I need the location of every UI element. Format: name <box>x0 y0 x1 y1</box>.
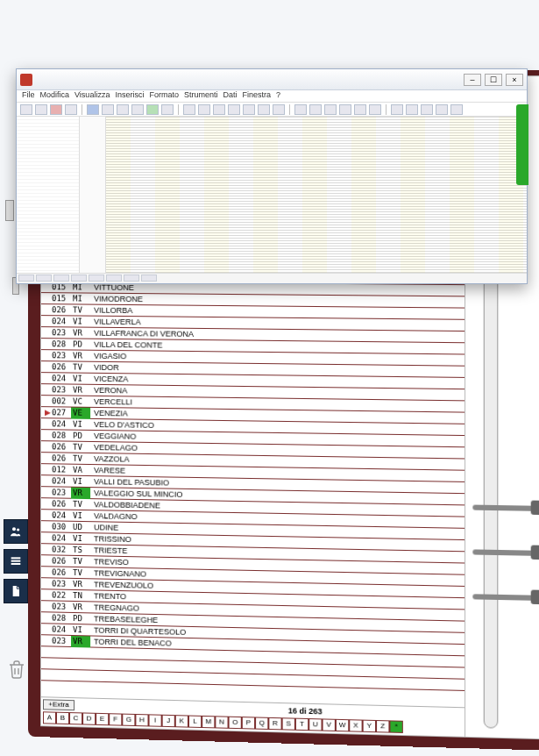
row-province: TV <box>71 567 90 578</box>
toolbar-icon[interactable] <box>324 104 337 115</box>
toolbar-icon[interactable] <box>391 104 403 115</box>
alpha-tab-L[interactable]: L <box>188 716 202 728</box>
toolbar-icon[interactable] <box>50 104 62 115</box>
scroll-tab[interactable] <box>5 200 14 221</box>
alpha-tab-D[interactable]: D <box>82 712 96 724</box>
alpha-tab-Q[interactable]: Q <box>255 717 268 730</box>
toolbar-icon[interactable] <box>406 104 418 115</box>
alpha-tab-S[interactable]: S <box>282 717 295 731</box>
alpha-tab-Y[interactable]: Y <box>363 720 376 733</box>
toolbar-icon[interactable] <box>131 104 144 115</box>
alpha-tab-I[interactable]: I <box>149 714 162 726</box>
alpha-tab-T[interactable]: T <box>295 718 309 731</box>
records-button[interactable] <box>4 549 28 574</box>
menu-item[interactable]: File <box>22 90 35 102</box>
row-code: 012 <box>52 464 71 475</box>
floating-editor-window[interactable]: – ☐ × FileModificaVisualizzaInserisciFor… <box>16 68 528 284</box>
tree-panel[interactable] <box>80 117 106 273</box>
toolbar-icon[interactable] <box>243 104 255 115</box>
alpha-tab-H[interactable]: H <box>135 714 148 726</box>
menu-item[interactable]: Modifica <box>40 90 70 102</box>
extra-button[interactable]: +Extra <box>43 699 74 710</box>
alpha-tab-C[interactable]: C <box>69 712 82 724</box>
toolbar-icon[interactable] <box>161 104 174 115</box>
row-province: VA <box>71 464 90 475</box>
menu-item[interactable]: Formato <box>149 90 179 102</box>
toolbar-icon[interactable] <box>20 104 32 115</box>
side-panel[interactable] <box>17 117 80 273</box>
row-province: TV <box>71 361 90 373</box>
toolbar-icon[interactable] <box>294 104 307 115</box>
menu-bar[interactable]: FileModificaVisualizzaInserisciFormatoSt… <box>17 90 527 103</box>
alpha-tab-K[interactable]: K <box>175 715 188 727</box>
alpha-tab-X[interactable]: X <box>349 719 362 732</box>
alpha-tab-E[interactable]: E <box>96 713 109 725</box>
toolbar-icon[interactable] <box>354 104 366 115</box>
menu-item[interactable]: Finestra <box>242 90 271 102</box>
svg-point-1 <box>17 528 19 531</box>
row-province: VC <box>71 396 90 407</box>
alpha-tab-F[interactable]: F <box>109 713 122 725</box>
menu-item[interactable]: ? <box>276 90 280 102</box>
alpha-tab-V[interactable]: V <box>323 718 336 731</box>
row-code: 024 <box>52 316 71 327</box>
row-province: PD <box>71 339 90 350</box>
row-province: VI <box>71 532 90 544</box>
contacts-button[interactable] <box>4 519 28 544</box>
row-province: TV <box>71 304 90 316</box>
toolbar-icon[interactable] <box>436 104 448 115</box>
alpha-tab-B[interactable]: B <box>56 712 69 724</box>
toolbar-icon[interactable] <box>421 104 433 115</box>
alpha-tab-Z[interactable]: Z <box>376 720 389 733</box>
menu-item[interactable]: Inserisci <box>115 90 144 102</box>
toolbar-icon[interactable] <box>339 104 351 115</box>
toolbar-icon[interactable] <box>369 104 381 115</box>
alpha-tab-A[interactable]: A <box>43 711 56 724</box>
minimize-button[interactable]: – <box>464 74 481 86</box>
row-code: 026 <box>52 304 71 316</box>
alpha-tab-W[interactable]: W <box>336 719 349 732</box>
toolbar-icon[interactable] <box>35 104 47 115</box>
toolbar[interactable] <box>17 103 527 117</box>
alpha-tab-R[interactable]: R <box>268 717 281 731</box>
toolbar-icon[interactable] <box>117 104 129 115</box>
documents-button[interactable] <box>4 579 28 603</box>
toolbar-icon[interactable] <box>273 104 285 115</box>
row-code: 023 <box>52 384 71 396</box>
toolbar-icon[interactable] <box>258 104 270 115</box>
row-code: 026 <box>52 453 71 464</box>
binder-ring <box>472 542 538 561</box>
side-tab[interactable] <box>516 104 528 185</box>
alpha-tab-N[interactable]: N <box>215 716 228 728</box>
row-code: 015 <box>52 293 71 304</box>
window-titlebar[interactable]: – ☐ × <box>17 69 527 90</box>
alpha-tab-O[interactable]: O <box>229 717 242 730</box>
toolbar-icon[interactable] <box>183 104 195 115</box>
alpha-tab-J[interactable]: J <box>162 715 175 727</box>
maximize-button[interactable]: ☐ <box>485 74 502 86</box>
toolbar-icon[interactable] <box>213 104 225 115</box>
toolbar-icon[interactable] <box>450 104 463 115</box>
toolbar-icon[interactable] <box>102 104 114 115</box>
row-code: 024 <box>52 475 71 487</box>
row-province: VI <box>71 316 90 327</box>
toolbar-icon[interactable] <box>198 104 210 115</box>
close-button[interactable]: × <box>506 74 523 86</box>
alpha-tab-M[interactable]: M <box>202 716 215 728</box>
svg-rect-4 <box>11 563 21 565</box>
row-code: 002 <box>52 396 71 407</box>
toolbar-icon[interactable] <box>146 104 159 115</box>
alpha-tab-P[interactable]: P <box>242 717 255 730</box>
alpha-tab-U[interactable]: U <box>309 718 322 731</box>
alpha-tab-G[interactable]: G <box>122 714 135 726</box>
menu-item[interactable]: Strumenti <box>184 90 218 102</box>
toolbar-icon[interactable] <box>309 104 322 115</box>
toolbar-icon[interactable] <box>228 104 240 115</box>
spreadsheet-grid[interactable] <box>106 117 527 273</box>
alpha-tab-*[interactable]: * <box>389 720 402 733</box>
toolbar-icon[interactable] <box>65 104 77 115</box>
menu-item[interactable]: Dati <box>223 90 237 102</box>
trash-button[interactable] <box>4 656 30 682</box>
menu-item[interactable]: Visualizza <box>74 90 110 102</box>
toolbar-icon[interactable] <box>87 104 99 115</box>
